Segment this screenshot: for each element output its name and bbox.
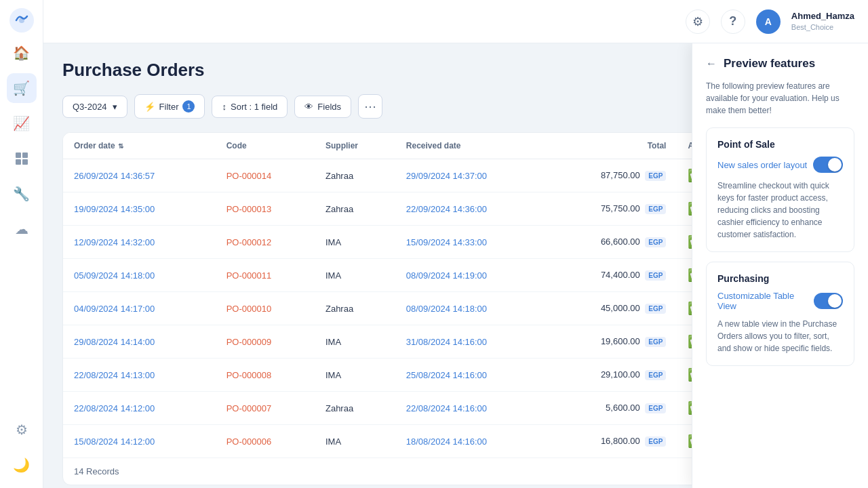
user-name: Ahmed_Hamza xyxy=(791,11,854,22)
feature-toggle-row: Customizable Table View xyxy=(717,291,843,311)
feature-category: Point of Sale xyxy=(717,139,843,150)
code-cell[interactable]: PO-000011 xyxy=(216,259,315,292)
feature-link[interactable]: New sales order layout xyxy=(717,160,807,170)
total-cell: 5,600.00 EGP xyxy=(547,392,677,425)
supplier-cell: Zahraa xyxy=(315,192,395,226)
svg-rect-2 xyxy=(16,152,21,158)
topbar: ⚙ ? A Ahmed_Hamza Best_Choice xyxy=(43,0,868,43)
sidebar-item-chart[interactable]: 📈 xyxy=(7,108,37,138)
svg-rect-3 xyxy=(22,152,28,158)
sidebar-item-tools[interactable]: 🔧 xyxy=(7,179,37,209)
feature-link[interactable]: Customizable Table View xyxy=(717,291,814,311)
feature-toggle[interactable] xyxy=(813,157,843,173)
filter-icon: ⚡ xyxy=(144,102,155,112)
order-date-cell[interactable]: 19/09/2024 14:35:00 xyxy=(63,192,216,226)
code-cell[interactable]: PO-000010 xyxy=(216,292,315,325)
preview-header: ← Preview features xyxy=(706,57,854,70)
filter-label: Filter xyxy=(159,102,179,112)
sort-label: Sort : 1 field xyxy=(231,102,277,112)
total-cell: 74,400.00 EGP xyxy=(547,259,677,292)
svg-rect-5 xyxy=(22,159,28,165)
user-role: Best_Choice xyxy=(791,22,854,32)
logo xyxy=(9,8,34,33)
order-date-cell[interactable]: 04/09/2024 14:17:00 xyxy=(63,292,216,325)
sidebar-item-cloud[interactable]: ☁ xyxy=(7,214,37,244)
received-date-cell[interactable]: 22/09/2024 14:36:00 xyxy=(395,192,548,226)
code-cell[interactable]: PO-000008 xyxy=(216,359,315,392)
received-date-cell[interactable]: 31/08/2024 14:16:00 xyxy=(395,325,548,359)
order-date-sort[interactable]: Order date ⇅ xyxy=(74,141,205,150)
supplier-cell: IMA xyxy=(315,325,395,359)
back-button[interactable]: ← xyxy=(706,58,717,70)
avatar: A xyxy=(756,9,781,34)
feature-card-pos: Point of Sale New sales order layout Str… xyxy=(706,127,854,252)
sort-icon: ↕ xyxy=(222,102,226,112)
code-cell[interactable]: PO-000014 xyxy=(216,159,315,192)
received-date-cell[interactable]: 08/09/2024 14:18:00 xyxy=(395,292,548,325)
order-date-cell[interactable]: 26/09/2024 14:36:57 xyxy=(63,159,216,192)
user-info: Ahmed_Hamza Best_Choice xyxy=(791,11,854,32)
received-date-cell[interactable]: 18/08/2024 14:16:00 xyxy=(395,425,548,458)
preview-panel: ← Preview features The following preview… xyxy=(692,43,868,488)
preview-title: Preview features xyxy=(724,57,815,70)
quarter-label: Q3-2024 xyxy=(73,102,107,112)
sidebar-item-grid[interactable] xyxy=(7,144,37,174)
order-date-cell[interactable]: 29/08/2024 14:14:00 xyxy=(63,325,216,359)
supplier-cell: Zahraa xyxy=(315,159,395,192)
svg-rect-4 xyxy=(16,159,21,165)
total-cell: 19,600.00 EGP xyxy=(547,325,677,359)
sidebar-item-home[interactable]: 🏠 xyxy=(7,38,37,68)
received-date-cell[interactable]: 15/09/2024 14:33:00 xyxy=(395,226,548,259)
code-cell[interactable]: PO-000007 xyxy=(216,392,315,425)
sidebar: 🏠 🛒 📈 🔧 ☁ ⚙ 🌙 xyxy=(0,0,43,488)
col-total: Total xyxy=(547,133,677,159)
col-received-date: Received date xyxy=(395,133,548,159)
sidebar-item-shopping[interactable]: 🛒 xyxy=(7,73,37,103)
total-cell: 75,750.00 EGP xyxy=(547,192,677,226)
feature-card-purchasing: Purchasing Customizable Table View A new… xyxy=(706,262,854,366)
filter-button[interactable]: ⚡ Filter 1 xyxy=(134,94,205,119)
settings-button[interactable]: ⚙ xyxy=(686,9,710,34)
order-date-cell[interactable]: 05/09/2024 14:18:00 xyxy=(63,259,216,292)
topbar-right: ⚙ ? A Ahmed_Hamza Best_Choice xyxy=(686,9,854,34)
feature-description: A new table view in the Purchase Orders … xyxy=(717,318,843,354)
feature-toggle-row: New sales order layout xyxy=(717,157,843,173)
code-cell[interactable]: PO-000006 xyxy=(216,425,315,458)
total-cell: 16,800.00 EGP xyxy=(547,425,677,458)
col-supplier: Supplier xyxy=(315,133,395,159)
order-date-cell[interactable]: 22/08/2024 14:13:00 xyxy=(63,359,216,392)
more-options-button[interactable]: ⋯ xyxy=(358,94,382,119)
sort-icon: ⇅ xyxy=(118,142,123,150)
received-date-cell[interactable]: 22/08/2024 14:16:00 xyxy=(395,392,548,425)
fields-label: Fields xyxy=(317,102,341,112)
code-cell[interactable]: PO-000012 xyxy=(216,226,315,259)
supplier-cell: IMA xyxy=(315,425,395,458)
sidebar-item-settings[interactable]: ⚙ xyxy=(7,415,37,445)
code-cell[interactable]: PO-000013 xyxy=(216,192,315,226)
supplier-cell: Zahraa xyxy=(315,292,395,325)
quarter-filter[interactable]: Q3-2024 ▾ xyxy=(62,96,127,118)
received-date-cell[interactable]: 25/08/2024 14:16:00 xyxy=(395,359,548,392)
col-order-date: Order date ⇅ xyxy=(63,133,216,159)
received-date-cell[interactable]: 29/09/2024 14:37:00 xyxy=(395,159,548,192)
total-cell: 45,000.00 EGP xyxy=(547,292,677,325)
feature-toggle[interactable] xyxy=(814,293,843,309)
received-date-cell[interactable]: 08/09/2024 14:19:00 xyxy=(395,259,548,292)
col-code: Code xyxy=(216,133,315,159)
total-cell: 87,750.00 EGP xyxy=(547,159,677,192)
sidebar-item-darkmode[interactable]: 🌙 xyxy=(7,450,37,480)
fields-button[interactable]: 👁 Fields xyxy=(294,96,351,118)
supplier-cell: IMA xyxy=(315,226,395,259)
order-date-cell[interactable]: 22/08/2024 14:12:00 xyxy=(63,392,216,425)
feature-category: Purchasing xyxy=(717,273,843,284)
order-date-cell[interactable]: 12/09/2024 14:32:00 xyxy=(63,226,216,259)
order-date-cell[interactable]: 15/08/2024 14:12:00 xyxy=(63,425,216,458)
sort-button[interactable]: ↕ Sort : 1 field xyxy=(212,96,288,118)
main-area: ⚙ ? A Ahmed_Hamza Best_Choice Purchase O… xyxy=(43,0,868,488)
help-button[interactable]: ? xyxy=(721,9,745,34)
code-cell[interactable]: PO-000009 xyxy=(216,325,315,359)
total-cell: 29,100.00 EGP xyxy=(547,359,677,392)
svg-point-1 xyxy=(19,18,24,23)
total-cell: 66,600.00 EGP xyxy=(547,226,677,259)
content-area: Purchase Orders Q3-2024 ▾ ⚡ Filter 1 ↕ S… xyxy=(43,43,868,488)
